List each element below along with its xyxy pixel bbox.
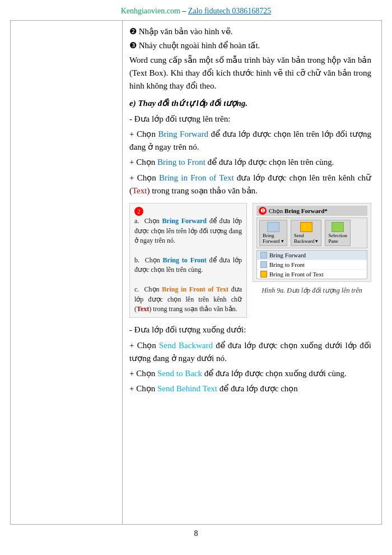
menu-item-bf-icon xyxy=(260,252,267,258)
send-backward-icon xyxy=(300,222,312,232)
toolbar-area: BringForward ▾ SendBackward ▾ SelectionP… xyxy=(256,218,367,248)
down2-prefix: + Chọn xyxy=(129,369,157,378)
page-header: Kenhgiaovien.com – Zalo fidutech 0386168… xyxy=(0,0,392,20)
up3-item: + Chọn Bring in Fron of Text đưa lớp đượ… xyxy=(129,172,371,198)
selection-pane-icon xyxy=(332,222,344,232)
down2-link: Send to Back xyxy=(157,369,202,378)
up1-prefix: + Chọn xyxy=(129,130,158,138)
menu-header: ❶ Chọn Bring Forward* xyxy=(256,206,367,216)
down1-prefix: + Chọn xyxy=(129,341,159,350)
menu-item-bif-label: Bring in Front of Text xyxy=(269,271,324,278)
menu-item-btf-label: Bring to Front xyxy=(269,261,305,268)
down1-link: Send Backward xyxy=(159,341,213,350)
chon-label: Chọn Bring Forward* xyxy=(269,207,328,215)
down-heading: - Đưa lớp đối tượng xuống dưới: xyxy=(129,323,371,336)
bring-forward-btn[interactable]: BringForward ▾ xyxy=(259,220,287,246)
menu-item-btf-icon xyxy=(260,261,267,268)
down3-link: Send Behind Text xyxy=(157,384,217,393)
zalo-link[interactable]: Zalo fidutech 0386168725 xyxy=(188,7,272,15)
up2-item: + Chọn Bring to Front để đưa lớp được ch… xyxy=(129,156,371,169)
page-number: 8 xyxy=(0,525,392,540)
menu-item-bif-icon xyxy=(260,271,267,278)
down2-suffix: để đưa lớp được chọn xuống dưới cùng. xyxy=(202,369,347,378)
send-backward-label: SendBackward ▾ xyxy=(294,233,319,244)
up3-text-link: Text xyxy=(132,186,147,195)
section-heading: e) Thay đổi thứ tự lớp đối tượng. xyxy=(129,97,371,110)
bullet3-item: ❸ Nháy chuột ngoài hình để hoàn tất. xyxy=(129,39,371,52)
up2-link: Bring to Front xyxy=(157,158,206,166)
menu-item-bring-in-front[interactable]: Bring in Front of Text xyxy=(257,270,367,279)
dropdown-list: Bring Forward Bring to Front Bring in Fr… xyxy=(256,250,367,279)
up2-prefix: + Chọn xyxy=(129,158,157,166)
up1-link: Bring Forward xyxy=(158,130,208,138)
up3-prefix: + Chọn xyxy=(129,173,159,182)
bullet2-text: ❷ Nhập văn bản vào hình vẽ. xyxy=(129,25,233,38)
down3-prefix: + Chọn xyxy=(129,384,157,393)
up-heading: - Đưa lớp đối tượng lên trên: xyxy=(129,113,371,126)
separator: – xyxy=(180,7,188,15)
left-column xyxy=(11,21,123,524)
main-content: ❷ Nhập văn bản vào hình vẽ. ❸ Nháy chuột… xyxy=(10,20,382,525)
bring-forward-icon xyxy=(267,222,279,232)
bullet2-item: ❷ Nhập văn bản vào hình vẽ. xyxy=(129,25,371,38)
figure-b-text: b. Chọn Bring to Front để đưa lớp được c… xyxy=(134,256,242,274)
menu-box: ❶ Chọn Bring Forward* BringForward ▾ Sen… xyxy=(253,203,371,282)
figure-a-text: a. Chọn Bring Forward để đưa lớp được ch… xyxy=(134,217,242,244)
right-column: ❷ Nhập văn bản vào hình vẽ. ❸ Nháy chuột… xyxy=(123,21,381,524)
menu-item-bring-forward[interactable]: Bring Forward xyxy=(257,251,367,260)
down2-item: + Chọn Send to Back để đưa lớp được chọn… xyxy=(129,367,371,380)
menu-item-bring-to-front[interactable]: Bring to Front xyxy=(257,260,367,270)
figure-left-panel: 2 a. Chọn Bring Forward để đưa lớp được … xyxy=(129,203,247,318)
image-figure: 2 a. Chọn Bring Forward để đưa lớp được … xyxy=(129,203,371,318)
menu-item-bf-label: Bring Forward xyxy=(269,252,306,258)
down1-item: + Chọn Send Backward để đưa lớp được chọ… xyxy=(129,339,371,366)
figure-circle-badge: 2 xyxy=(134,207,143,216)
up2-suffix: để đưa lớp được chọn lên trên cùng. xyxy=(206,158,334,166)
selection-pane-label: SelectionPane xyxy=(328,233,347,244)
up1-item: + Chọn Bring Forward để đưa lớp được chọ… xyxy=(129,128,371,154)
down3-suffix: để đưa lớp được chọn xyxy=(217,384,298,393)
up3-end: ) trong trang soạn thảo văn bản. xyxy=(147,186,257,195)
down3-item: + Chọn Send Behind Text để đưa lớp được … xyxy=(129,382,371,395)
figure-right-panel: ❶ Chọn Bring Forward* BringForward ▾ Sen… xyxy=(253,203,371,295)
up3-link: Bring in Fron of Text xyxy=(159,173,234,182)
bring-forward-label: BringForward ▾ xyxy=(263,233,284,244)
selection-pane-btn[interactable]: SelectionPane xyxy=(325,220,351,246)
para1: Word cung cấp sẵn một số mẫu trình bày v… xyxy=(129,54,371,93)
figure-c-text: c. Chọn Bring in Front of Text đưa lớp đ… xyxy=(134,285,242,313)
site-link[interactable]: Kenhgiaovien.com xyxy=(121,7,180,15)
bullet3-text: ❸ Nháy chuột ngoài hình để hoàn tất. xyxy=(129,39,260,52)
figure-caption: Hình 9a. Đưa lớp đối tượng lên trên xyxy=(262,286,362,295)
send-backward-btn[interactable]: SendBackward ▾ xyxy=(291,220,322,246)
chon-badge: ❶ xyxy=(259,207,267,215)
